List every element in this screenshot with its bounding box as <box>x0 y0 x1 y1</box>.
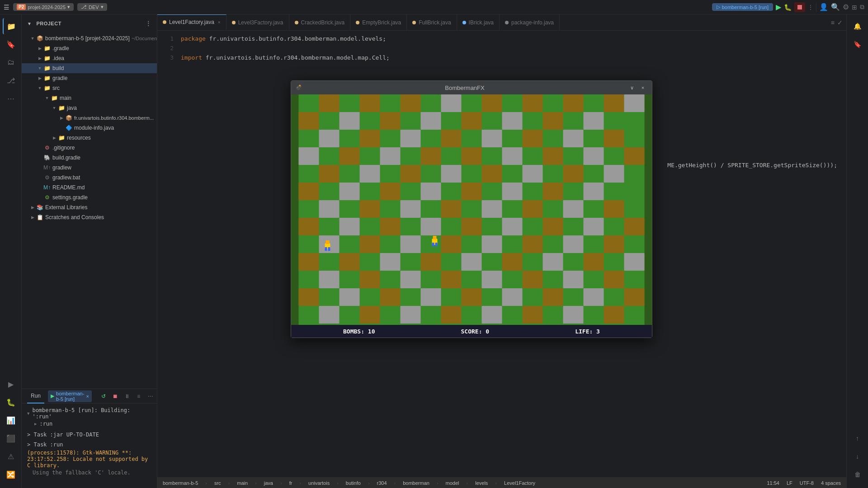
tab-emptybrick[interactable]: EmptyBrick.java <box>350 14 407 30</box>
panel-chevron[interactable]: ▼ <box>27 21 32 26</box>
branch-badge[interactable]: ⎇ DEV ▾ <box>77 3 107 11</box>
search-icon[interactable]: 🔍 <box>831 3 840 11</box>
tab-level1factory[interactable]: Level1Factory.java × <box>157 14 226 30</box>
tree-root[interactable]: ▼ 📦 bomberman-b-5 [projet-2024-2025] ~/D… <box>22 33 157 43</box>
tab-level3factory[interactable]: Level3Factory.java <box>226 14 289 30</box>
run-configuration-badge[interactable]: ▷ bomberman-b-5 [run] <box>712 3 773 11</box>
tab-list-icon[interactable]: ≡ <box>831 19 835 26</box>
right-sidebar-down[interactable]: ↓ <box>849 448 866 465</box>
tree-item-main[interactable]: ▼ 📁 main <box>22 93 157 103</box>
tree-label: gradlew <box>52 164 71 171</box>
md-icon: M↑ <box>43 184 51 191</box>
sidebar-item-git[interactable]: ⎇ <box>3 72 19 89</box>
status-indent[interactable]: 4 spaces <box>821 480 841 486</box>
hamburger-icon[interactable]: ☰ <box>4 4 9 11</box>
sidebar-item-run[interactable]: ▶ <box>3 376 19 392</box>
status-bomberman: bomberman <box>403 480 429 486</box>
tree-item-java[interactable]: ▼ 📁 java <box>22 103 157 113</box>
output-btn[interactable]: ≡ <box>134 392 143 401</box>
tree-item-gitignore[interactable]: ⚙ .gitignore <box>22 143 157 153</box>
svg-rect-16 <box>502 112 523 130</box>
run-badge-close[interactable]: × <box>86 394 89 399</box>
tree-item-scratches[interactable]: ▶ 📋 Scratches and Consoles <box>22 212 157 222</box>
tab-close-icon[interactable]: × <box>218 20 221 25</box>
svg-rect-21 <box>401 130 421 147</box>
game-window[interactable]: 💣 BombermanFX ∨ × <box>291 80 652 338</box>
panel-more-icon[interactable]: ⋮ <box>145 20 152 27</box>
user-icon[interactable]: 👤 <box>819 3 828 11</box>
settings-run-btn[interactable]: ⋯ <box>146 392 155 401</box>
rerun-btn[interactable]: ↺ <box>99 392 108 401</box>
right-sidebar-trash[interactable]: 🗑 <box>849 466 866 483</box>
folder-icon: 📁 <box>58 135 65 141</box>
tab-icon <box>412 21 416 24</box>
tree-item-build-gradle[interactable]: 🐘 build.gradle <box>22 153 157 163</box>
tree-item-settings-gradle[interactable]: ⚙ settings.gradle <box>22 192 157 202</box>
game-close-btn[interactable]: × <box>638 83 647 92</box>
tree-item-external-libs[interactable]: ▶ 📚 External Libraries <box>22 202 157 212</box>
game-grid-container <box>291 94 652 325</box>
expand-icon[interactable]: ⊞ <box>852 4 857 11</box>
game-minimize-btn[interactable]: ∨ <box>627 83 637 92</box>
pause-btn[interactable]: ⏸ <box>123 392 132 401</box>
settings-icon[interactable]: ⚙ <box>843 3 849 11</box>
sidebar-item-more[interactable]: ⋯ <box>3 90 19 107</box>
run-config-badge[interactable]: ▶ bomberman-b-5 [run] × <box>48 390 92 402</box>
run-fallback: Using the fallback 'C' locale. <box>33 469 151 476</box>
project-badge[interactable]: P2 projet-2024-2025 ▾ <box>13 3 74 11</box>
sidebar-item-debug[interactable]: 🐛 <box>3 394 19 410</box>
tab-fullbrick[interactable]: FullBrick.java <box>407 14 457 30</box>
tree-item-resources[interactable]: ▶ 📁 resources <box>22 133 157 143</box>
run-tree-child-label: :run <box>39 421 52 427</box>
tree-item-idea[interactable]: ▶ 📁 .idea <box>22 53 157 63</box>
sidebar-item-profiler[interactable]: 📊 <box>3 412 19 428</box>
more-run-icon[interactable]: ⋮ <box>808 4 813 10</box>
tab-crackedbrick[interactable]: CrackedBrick.java <box>289 14 351 30</box>
sidebar-item-bookmark[interactable]: 🔖 <box>3 36 19 52</box>
tree-item-gradle[interactable]: ▶ 📁 gradle <box>22 73 157 83</box>
sidebar-item-problems[interactable]: ⚠ <box>3 448 19 465</box>
sidebar-item-structure[interactable]: 🗂 <box>3 54 19 70</box>
tree-item-build[interactable]: ▼ 📁 build <box>22 63 157 73</box>
svg-rect-55 <box>441 200 462 218</box>
spacer <box>27 428 151 432</box>
tree-item-gradlew-bat[interactable]: ⚙ gradlew.bat <box>22 173 157 183</box>
svg-rect-80 <box>421 253 441 271</box>
status-encoding[interactable]: UTF-8 <box>800 480 814 486</box>
sidebar-item-vcs[interactable]: 🔀 <box>3 466 19 483</box>
sidebar-item-terminal[interactable]: ⬛ <box>3 430 19 446</box>
stop-run-btn[interactable]: ⏹ <box>111 392 120 401</box>
tree-item-gradlew[interactable]: M↑ gradlew <box>22 163 157 173</box>
tree-item-src[interactable]: ▼ 📁 src <box>22 83 157 93</box>
sep: › <box>205 480 207 486</box>
game-title: BombermanFX <box>302 84 627 91</box>
run-btn[interactable]: ▶ <box>776 3 781 11</box>
svg-rect-6 <box>523 94 543 112</box>
right-sidebar-up[interactable]: ↑ <box>849 430 866 446</box>
tab-icon <box>295 21 298 24</box>
tab-package-info[interactable]: package-info.java <box>500 14 560 30</box>
tab-ibrick[interactable]: IBrick.java <box>457 14 500 30</box>
tree-arrow: ▼ <box>36 66 43 70</box>
status-lf[interactable]: LF <box>787 480 793 486</box>
svg-rect-116 <box>433 236 437 239</box>
window-icon[interactable]: ⧉ <box>860 3 864 11</box>
right-sidebar-notifications[interactable]: 🔔 <box>849 18 866 34</box>
stop-btn[interactable]: ⏹ <box>794 2 805 12</box>
svg-rect-71 <box>401 235 421 253</box>
svg-rect-5 <box>482 94 502 112</box>
tree-item-readme[interactable]: M↑ README.md <box>22 183 157 192</box>
tab-label: IBrick.java <box>469 19 494 26</box>
right-sidebar-bookmark[interactable]: 🔖 <box>849 36 866 52</box>
divider <box>816 3 816 12</box>
tree-item-module-info[interactable]: 🔷 module-info.java <box>22 123 157 133</box>
run-tab[interactable]: Run <box>27 389 44 404</box>
tree-item-gradle-dir[interactable]: ▶ 📁 .gradle <box>22 43 157 53</box>
sidebar-item-project[interactable]: 📁 <box>3 18 19 34</box>
debug-btn[interactable]: 🐛 <box>784 4 792 11</box>
tab-checkmark-icon[interactable]: ✓ <box>837 19 843 26</box>
svg-rect-117 <box>432 243 434 246</box>
svg-rect-95 <box>340 288 360 306</box>
tree-item-package[interactable]: ▶ 📦 fr.univartois.butinfo.r304.bomberm..… <box>22 113 157 123</box>
git-icon: ⚙ <box>43 145 51 151</box>
